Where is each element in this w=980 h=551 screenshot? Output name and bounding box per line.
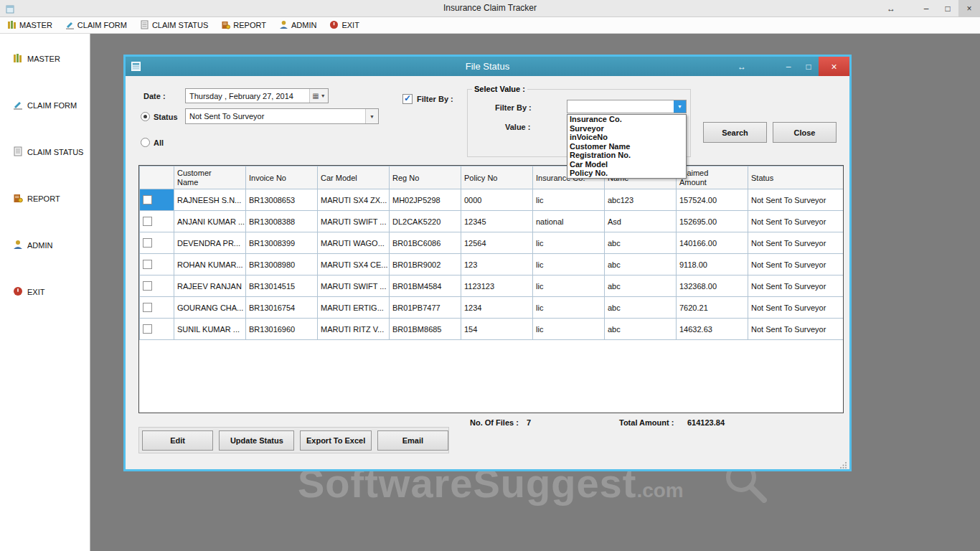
app-titlebar[interactable]: Insurance Claim Tracker ↔ – □ ×	[0, 0, 980, 17]
row-select-cell[interactable]	[140, 232, 174, 254]
row-checkbox[interactable]	[143, 303, 152, 312]
row-checkbox[interactable]	[143, 217, 152, 226]
table-row[interactable]: GOURANG CHA...BR13016754MARUTI ERTIG...B…	[140, 297, 844, 319]
row-select-cell[interactable]	[140, 297, 174, 319]
date-picker[interactable]: Thursday , February 27, 2014 ▦▼	[185, 88, 329, 103]
menu-item-exit[interactable]: EXIT	[329, 20, 359, 31]
close-button[interactable]: ×	[958, 0, 980, 17]
status-dropdown[interactable]: Not Sent To Surveyor ▼	[185, 108, 379, 124]
col-header-customer-name[interactable]: Customer Name	[174, 166, 246, 189]
cell-customer-name: RAJEEV RANJAN	[174, 276, 246, 297]
sidebar-item-label: MASTER	[27, 55, 60, 63]
row-checkbox[interactable]	[143, 238, 152, 248]
cell-policy-no: 12345	[461, 211, 533, 232]
total-amount-label: Total Amount :	[619, 418, 674, 427]
edit-button[interactable]: Edit	[142, 430, 213, 451]
row-checkbox[interactable]	[143, 195, 152, 204]
menu-item-claim-form[interactable]: CLAIM FORM	[65, 20, 127, 31]
table-row[interactable]: SUNIL KUMAR ...BR13016960MARUTI RITZ V..…	[140, 319, 844, 340]
select-all-header[interactable]	[140, 166, 174, 189]
row-select-cell[interactable]	[140, 189, 174, 211]
maximize-button[interactable]: □	[937, 0, 958, 17]
files-count-value: 7	[527, 418, 531, 427]
cell-insurance-co: lic	[533, 232, 605, 254]
row-select-cell[interactable]	[140, 276, 174, 297]
dropdown-option[interactable]: Insurance Co.	[567, 115, 686, 124]
close-dialog-button[interactable]: Close	[773, 122, 837, 143]
cell-status: Not Sent To Surveyor	[748, 254, 844, 276]
col-header-invoice-no[interactable]: Invoice No	[246, 166, 318, 189]
table-row[interactable]: ROHAN KUMAR...BR13008980MARUTI SX4 CE...…	[140, 254, 844, 276]
status-radio[interactable]	[141, 112, 150, 121]
cell-claimed-amount: 152695.00	[677, 211, 748, 232]
filter-by-combo[interactable]: ▼	[567, 100, 687, 113]
table-row[interactable]: ANJANI KUMAR ...BR13008388MARUTI SWIFT .…	[140, 211, 844, 232]
dropdown-option[interactable]: Registration No.	[567, 151, 686, 160]
export-to-excel-button[interactable]: Export To Excel	[300, 430, 371, 451]
sidebar-item-exit[interactable]: EXIT	[13, 286, 44, 298]
sidebar-item-report[interactable]: REPORT	[13, 193, 60, 204]
cell-customer-name: GOURANG CHA...	[174, 297, 246, 319]
row-select-cell[interactable]	[140, 211, 174, 232]
dropdown-option[interactable]: Surveyor	[567, 124, 686, 133]
dropdown-option[interactable]: Policy No.	[567, 169, 686, 178]
cell-claimed-amount: 14632.63	[677, 319, 748, 340]
cell-car-model: MARUTI SWIFT ...	[318, 276, 390, 297]
minimize-button[interactable]: –	[915, 0, 937, 17]
col-header-car-model[interactable]: Car Model	[318, 166, 390, 189]
table-row[interactable]: DEVENDRA PR...BR13008399MARUTI WAGO...BR…	[140, 232, 844, 254]
menu-item-master[interactable]: MASTER	[7, 20, 52, 31]
row-checkbox[interactable]	[143, 324, 152, 334]
dialog-maximize-button[interactable]: □	[798, 57, 819, 76]
cell-status: Not Sent To Surveyor	[748, 319, 844, 340]
cell-invoice-no: BR13008980	[246, 254, 318, 276]
row-checkbox[interactable]	[143, 281, 152, 291]
menu-item-report[interactable]: REPORT	[221, 20, 266, 31]
cell-invoice-no: BR13014515	[246, 276, 318, 297]
all-radio[interactable]	[141, 138, 150, 147]
row-select-cell[interactable]	[140, 319, 174, 340]
col-header-policy-no[interactable]: Policy No	[461, 166, 533, 189]
col-header-reg-no[interactable]: Reg No	[390, 166, 461, 189]
pen-icon	[65, 20, 75, 31]
cell-customer-name: ANJANI KUMAR ...	[174, 211, 246, 232]
dropdown-option[interactable]: Customer Name	[567, 142, 686, 151]
dropdown-option[interactable]: inVoiceNo	[567, 133, 686, 142]
cell-customer-name: RAJNEESH S.N...	[174, 189, 246, 211]
dialog-titlebar[interactable]: File Status ↔ – □ ×	[126, 57, 849, 76]
resize-grip[interactable]	[839, 461, 847, 471]
email-button[interactable]: Email	[377, 430, 448, 451]
dialog-body: Date : Thursday , February 27, 2014 ▦▼ S…	[126, 76, 849, 471]
cell-insurance-co: lic	[533, 276, 605, 297]
row-select-cell[interactable]	[140, 254, 174, 276]
search-button[interactable]: Search	[703, 122, 767, 143]
chevron-down-icon[interactable]: ▼	[674, 100, 686, 113]
filter-by-checkbox[interactable]	[402, 94, 413, 104]
cell-reg-no: MH02JP5298	[390, 189, 461, 211]
window-arrows-icon[interactable]: ↔	[877, 0, 905, 17]
col-header-claimed-amount[interactable]: Claimed Amount	[677, 166, 748, 189]
dialog-minimize-button[interactable]: –	[778, 57, 798, 76]
sidebar-item-admin[interactable]: ADMIN	[13, 240, 52, 251]
row-checkbox[interactable]	[143, 260, 152, 269]
update-status-button[interactable]: Update Status	[219, 430, 294, 451]
menu-item-admin[interactable]: ADMIN	[279, 20, 316, 31]
cell-surveyor-name: abc	[605, 254, 677, 276]
cell-surveyor-name: abc123	[605, 189, 677, 211]
sidebar-item-claim-form[interactable]: CLAIM FORM	[13, 100, 77, 111]
sidebar-item-label: EXIT	[27, 288, 44, 296]
menu-item-claim-status[interactable]: CLAIM STATUS	[140, 20, 208, 31]
file-status-window: File Status ↔ – □ × Date : Thursday , Fe…	[123, 55, 852, 471]
cell-status: Not Sent To Surveyor	[748, 211, 844, 232]
table-row[interactable]: RAJEEV RANJANBR13014515MARUTI SWIFT ...B…	[140, 276, 844, 297]
sidebar-item-claim-status[interactable]: CLAIM STATUS	[13, 146, 83, 158]
dropdown-option[interactable]: Car Model	[567, 160, 686, 169]
table-row[interactable]: RAJNEESH S.N...BR13008653MARUTI SX4 ZX..…	[140, 189, 844, 211]
dialog-close-button[interactable]: ×	[819, 57, 849, 76]
cell-claimed-amount: 140166.00	[677, 232, 748, 254]
clipboard-icon	[13, 146, 23, 158]
col-header-status[interactable]: Status	[748, 166, 844, 189]
dialog-arrows-icon[interactable]: ↔	[727, 57, 757, 76]
calendar-icon[interactable]: ▦▼	[309, 89, 328, 103]
sidebar-item-master[interactable]: MASTER	[13, 53, 60, 65]
